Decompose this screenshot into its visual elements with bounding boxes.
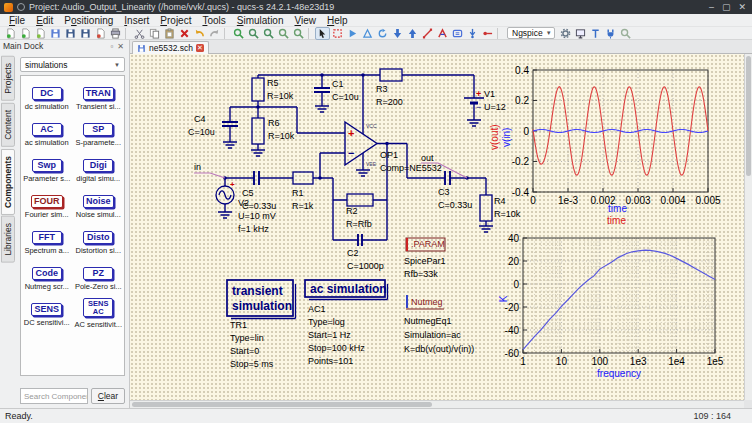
new-text-document-icon[interactable]	[18, 27, 33, 40]
menu-file[interactable]: File	[4, 15, 30, 26]
component-item-s-paramete[interactable]: SP S-paramete...	[73, 118, 125, 151]
zoom-reset-icon[interactable]	[246, 27, 261, 40]
component-icon[interactable]: Noise	[83, 195, 114, 208]
menu-simulation[interactable]: Simulation	[232, 15, 289, 26]
time-domain-plot[interactable]: 0.40.20-0.2-0.401e-30.0020.0030.0040.005…	[489, 65, 721, 227]
save-all-icon[interactable]	[78, 27, 93, 40]
window-title: Project: Audio_Output_Linearity (/home/v…	[29, 2, 705, 12]
component-item-nutmeg-scr[interactable]: Code Nutmeg scr...	[21, 262, 73, 295]
close-document-icon[interactable]	[93, 27, 108, 40]
component-item-noise-simul[interactable]: Noise Noise simul...	[73, 190, 125, 223]
horizontal-scrollbar-thumb[interactable]	[132, 402, 432, 407]
maximize-button[interactable]: ▢	[722, 3, 731, 12]
vertical-scrollbar-thumb[interactable]	[746, 56, 751, 176]
schematic-canvas[interactable]: +	[130, 54, 744, 400]
open-document-icon[interactable]	[33, 27, 48, 40]
component-icon[interactable]: Digi	[83, 159, 113, 172]
dock-tab-content[interactable]: Content	[1, 103, 15, 147]
simulate-icon[interactable]	[603, 27, 618, 40]
component-icon[interactable]: SENS	[31, 303, 62, 316]
undo-icon[interactable]	[192, 27, 207, 40]
cursor-position: 109 : 164	[693, 411, 747, 421]
component-item-dc-sensitivi[interactable]: SENS DC sensitivi...	[21, 298, 73, 331]
new-schematic-icon[interactable]	[3, 27, 18, 40]
menu-tools[interactable]: Tools	[197, 15, 230, 26]
titlebar[interactable]: Project: Audio_Output_Linearity (/home/v…	[0, 0, 752, 14]
menu-project[interactable]: Project	[155, 15, 196, 26]
dock-float-button[interactable]: ▫	[108, 42, 115, 51]
simulator-select[interactable]: Ngspice▼	[507, 27, 555, 39]
insert-ground-icon[interactable]	[480, 27, 495, 40]
move-up-icon[interactable]	[405, 27, 420, 40]
component-icon[interactable]: Code	[32, 267, 62, 280]
label-op1-value: Comp=NE5532	[380, 163, 442, 173]
insert-equation-icon[interactable]	[450, 27, 465, 40]
menu-positioning[interactable]: Positioning	[59, 15, 118, 26]
dock-close-button[interactable]: ✕	[115, 42, 126, 51]
dock-tab-components[interactable]: Components	[1, 149, 15, 215]
probe-icon[interactable]	[588, 27, 603, 40]
search-components-input[interactable]: Search Components	[20, 388, 88, 404]
delete-icon[interactable]	[177, 27, 192, 40]
dock-tab-projects[interactable]: Projects	[1, 56, 15, 101]
clear-search-button[interactable]: Clear	[91, 388, 125, 404]
component-item-parameter-s[interactable]: Swp Parameter s...	[21, 154, 73, 187]
component-item-ac-simulation[interactable]: AC ac simulation	[21, 118, 73, 151]
menu-help[interactable]: Help	[322, 15, 353, 26]
data-display-icon[interactable]	[573, 27, 588, 40]
redo-icon[interactable]	[207, 27, 222, 40]
menu-insert[interactable]: Insert	[119, 15, 154, 26]
component-item-distortion-si[interactable]: Disto Distortion si...	[73, 226, 125, 259]
component-icon[interactable]: FOUR	[31, 195, 63, 208]
menu-edit[interactable]: Edit	[31, 15, 58, 26]
component-item-digital-simu[interactable]: Digi digital simu...	[73, 154, 125, 187]
dock-tab-libraries[interactable]: Libraries	[1, 216, 15, 263]
zoom-in-icon[interactable]	[231, 27, 246, 40]
component-item-ac-sensitivit[interactable]: SENSAC AC sensitivit...	[73, 298, 125, 331]
component-icon[interactable]: Disto	[83, 231, 113, 244]
insert-port-icon[interactable]	[465, 27, 480, 40]
component-item-pole-zero-si[interactable]: PZ Pole-Zero si...	[73, 262, 125, 295]
copy-icon[interactable]	[147, 27, 162, 40]
zoom-selection-icon[interactable]	[291, 27, 306, 40]
print-icon[interactable]	[108, 27, 123, 40]
close-button[interactable]: ✕	[738, 3, 746, 12]
frequency-response-plot[interactable]: 40200-20-40-601101001e31e41e5frequencyK	[498, 233, 724, 380]
component-item-fourier-sim[interactable]: FOUR Fourier sim...	[21, 190, 73, 223]
move-down-icon[interactable]	[390, 27, 405, 40]
insert-wire-icon[interactable]	[420, 27, 435, 40]
horizontal-scrollbar[interactable]	[130, 400, 744, 408]
component-icon[interactable]: TRAN	[83, 87, 114, 100]
component-icon[interactable]: Swp	[32, 159, 62, 172]
component-icon[interactable]: AC	[32, 123, 62, 136]
mirror-x-icon[interactable]	[345, 27, 360, 40]
component-item-dc-simulation[interactable]: DC dc simulation	[21, 82, 73, 115]
zoom-fit-icon[interactable]	[261, 27, 276, 40]
component-item-spectrum-a[interactable]: FFT Spectrum a...	[21, 226, 73, 259]
zoom-out-icon[interactable]	[276, 27, 291, 40]
component-icon[interactable]: SP	[83, 123, 113, 136]
save-as-icon[interactable]	[63, 27, 78, 40]
select-region-icon[interactable]	[330, 27, 345, 40]
paste-icon[interactable]	[162, 27, 177, 40]
rotate-icon[interactable]	[375, 27, 390, 40]
menu-view[interactable]: View	[290, 15, 322, 26]
insert-label-icon[interactable]	[435, 27, 450, 40]
simulation-settings-icon[interactable]	[558, 27, 573, 40]
vertical-scrollbar[interactable]	[744, 54, 752, 408]
save-document-icon[interactable]	[48, 27, 63, 40]
component-category-select[interactable]: simulations ▼	[20, 57, 125, 72]
cut-icon[interactable]	[132, 27, 147, 40]
component-icon[interactable]: FFT	[32, 231, 62, 244]
zoom-data-icon[interactable]	[618, 27, 633, 40]
component-icon[interactable]: DC	[32, 87, 62, 100]
tab-ne5532-sch[interactable]: ne5532.sch ✕	[132, 41, 209, 54]
component-item-transient-si[interactable]: TRAN Transient si...	[73, 82, 125, 115]
label-r4: R4	[494, 196, 506, 206]
component-icon[interactable]: SENSAC	[83, 298, 113, 317]
select-pointer-icon[interactable]	[315, 27, 330, 40]
tab-close-icon[interactable]: ✕	[196, 44, 204, 52]
mirror-y-icon[interactable]	[360, 27, 375, 40]
component-icon[interactable]: PZ	[83, 267, 113, 280]
minimize-button[interactable]: –	[709, 3, 714, 12]
